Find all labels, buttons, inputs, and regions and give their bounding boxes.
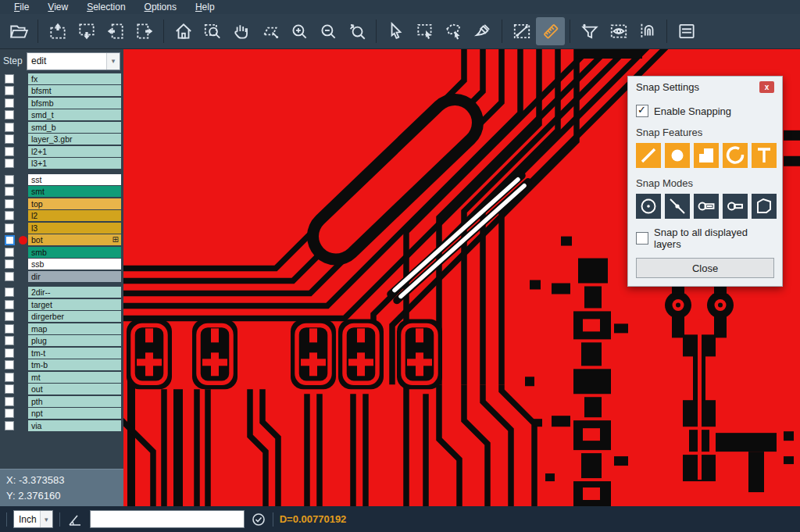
layer-checkbox[interactable] (5, 134, 14, 144)
layer-checkbox[interactable] (5, 324, 14, 334)
layer-checkbox[interactable] (5, 235, 15, 245)
layer-checkbox[interactable] (5, 300, 14, 309)
select-arrow-icon[interactable] (381, 17, 410, 45)
layer-name[interactable]: ssb (28, 259, 121, 270)
layer-checkbox[interactable] (5, 248, 14, 257)
layer-checkbox[interactable] (5, 360, 14, 370)
snap-feature-text-button[interactable] (752, 143, 777, 168)
layer-checkbox[interactable] (5, 373, 14, 382)
layer-name[interactable]: sst (28, 174, 121, 185)
layer-form-icon[interactable] (672, 17, 701, 45)
layer-checkbox[interactable] (5, 211, 14, 220)
layer-name[interactable]: dirgerber (28, 311, 121, 322)
layer-name[interactable]: pth (28, 396, 121, 407)
snap-indicator-icon[interactable] (251, 512, 266, 527)
snap-feature-line-button[interactable] (636, 143, 661, 168)
layer-checkbox[interactable] (5, 348, 14, 358)
layer-name[interactable]: dir (28, 271, 121, 282)
snap-mode-pad-exit-button[interactable] (723, 194, 748, 219)
layer-checkbox[interactable] (5, 223, 14, 233)
shift-down-icon[interactable] (72, 17, 101, 45)
step-select[interactable]: edit ▾ (27, 52, 120, 70)
layer-name[interactable]: l3+1 (28, 158, 121, 169)
snap-feature-arc-button[interactable] (723, 143, 748, 168)
pan-hand-icon[interactable] (227, 17, 255, 45)
select-rectangle-icon[interactable] (410, 17, 439, 45)
snap-mode-region-button[interactable] (752, 194, 777, 219)
measure-distance-icon[interactable] (507, 17, 536, 45)
unit-select[interactable]: Inch ▾ (13, 510, 53, 528)
layer-name[interactable]: fx (28, 73, 121, 84)
layer-checkbox[interactable] (5, 384, 14, 394)
filter-icon[interactable] (575, 17, 604, 45)
view-options-icon[interactable] (604, 17, 633, 45)
layer-name[interactable]: plug (28, 335, 121, 346)
zoom-previous-icon[interactable] (342, 17, 371, 45)
close-button[interactable]: Close (636, 258, 774, 278)
open-folder-icon[interactable] (4, 17, 33, 45)
layer-name[interactable]: bot⊞ (28, 234, 121, 245)
menu-options[interactable]: Options (137, 1, 184, 14)
layer-name[interactable]: smd_b (28, 122, 121, 133)
select-polygon-icon[interactable] (439, 17, 468, 45)
layer-name[interactable]: l2 (28, 210, 121, 221)
layer-name[interactable]: smd_t (28, 109, 121, 120)
layer-checkbox[interactable] (5, 272, 14, 281)
menu-file[interactable]: File (6, 1, 37, 14)
paint-select-icon[interactable] (468, 17, 497, 45)
layer-name[interactable]: tm-b (28, 359, 121, 370)
angle-measure-icon[interactable] (66, 512, 84, 527)
close-icon[interactable]: x (759, 81, 774, 93)
snap-icon[interactable] (633, 17, 662, 45)
layer-checkbox[interactable] (5, 409, 14, 418)
layer-name[interactable]: layer_3.gbr (28, 134, 121, 145)
snap-feature-pad-button[interactable] (665, 143, 690, 168)
menu-view[interactable]: View (40, 1, 76, 14)
layer-name[interactable]: mt (28, 372, 121, 383)
layer-name[interactable]: l2+1 (28, 146, 121, 157)
zoom-window-icon[interactable] (198, 17, 227, 45)
layer-checkbox[interactable] (5, 421, 14, 430)
chevron-down-icon[interactable]: ▾ (40, 511, 52, 527)
menu-help[interactable]: Help (188, 1, 223, 14)
enable-snapping-checkbox[interactable] (636, 105, 648, 117)
layer-checkbox[interactable] (5, 199, 14, 209)
menu-selection[interactable]: Selection (79, 1, 133, 14)
layer-checkbox[interactable] (5, 159, 14, 168)
shift-right-icon[interactable] (130, 17, 159, 45)
layer-checkbox[interactable] (5, 312, 14, 321)
command-input[interactable] (90, 510, 245, 528)
layer-name[interactable]: npt (28, 408, 121, 419)
layer-name[interactable]: target (28, 299, 121, 310)
layer-name[interactable]: 2dir-- (28, 287, 121, 298)
layer-name[interactable]: top (28, 198, 121, 209)
layer-name[interactable]: map (28, 323, 121, 334)
layer-checkbox[interactable] (5, 287, 14, 297)
zoom-object-icon[interactable] (255, 17, 284, 45)
layer-name[interactable]: tm-t (28, 348, 121, 359)
layer-name[interactable]: via (28, 420, 121, 431)
layer-name[interactable]: l3 (28, 223, 121, 234)
layer-name[interactable]: out (28, 384, 121, 395)
layer-checkbox[interactable] (5, 74, 14, 84)
snap-feature-surface-button[interactable] (694, 143, 719, 168)
snap-mode-midpoint-button[interactable] (665, 194, 690, 219)
layer-name[interactable]: bfsmt (28, 85, 121, 96)
ruler-measure-icon[interactable] (536, 17, 565, 45)
zoom-in-icon[interactable] (284, 17, 313, 45)
zoom-out-icon[interactable] (313, 17, 342, 45)
layer-checkbox[interactable] (5, 397, 14, 406)
snap-mode-center-button[interactable] (636, 194, 661, 219)
layer-checkbox[interactable] (5, 175, 14, 184)
layer-name[interactable]: smt (28, 186, 121, 197)
layer-checkbox[interactable] (5, 147, 14, 156)
layer-checkbox[interactable] (5, 98, 14, 108)
layer-checkbox[interactable] (5, 110, 14, 120)
chevron-down-icon[interactable]: ▾ (106, 53, 120, 70)
snap-mode-pad-entry-button[interactable] (694, 194, 719, 219)
layer-checkbox[interactable] (5, 336, 14, 345)
home-view-icon[interactable] (169, 17, 198, 45)
layer-name[interactable]: smb (28, 247, 121, 258)
layer-checkbox[interactable] (5, 86, 14, 95)
layer-checkbox[interactable] (5, 259, 14, 269)
